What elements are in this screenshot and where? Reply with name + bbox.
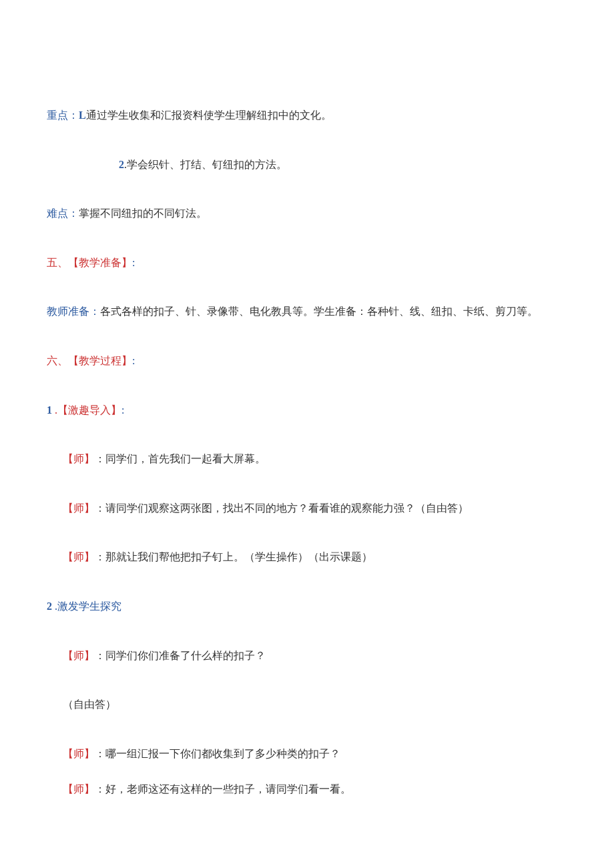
teacher-prep-label: 教师准备：: [47, 306, 100, 317]
difficulty-text: 掌握不同纽扣的不同钉法。: [79, 207, 207, 219]
section-5-heading: 五、【教学准备】:: [47, 254, 567, 272]
teacher-prep-line: 教师准备：各式各样的扣子、针、录像带、电化教具等。学生准备：各种针、线、纽扣、卡…: [47, 303, 567, 320]
difficulty-label: 难点：: [47, 207, 79, 219]
teacher-text-4: ：同学们你们准备了什么样的扣子？: [95, 650, 266, 661]
subsection-1-num: 1: [47, 404, 52, 416]
subsection-2-num: 2: [47, 600, 52, 612]
keypoint-line-2: 2.学会织针、打结、钉纽扣的方法。: [47, 156, 567, 173]
teacher-line-5: 【师】：哪一组汇报一下你们都收集到了多少种类的扣子？: [47, 745, 567, 763]
teacher-line-2: 【师】：请同学们观察这两张图，找出不同的地方？看看谁的观察能力强？（自由答）: [47, 500, 567, 517]
subsection-1-colon: :: [121, 404, 124, 416]
teacher-line-3: 【师】：那就让我们帮他把扣子钉上。（学生操作）（出示课题）: [47, 548, 567, 566]
subsection-2-text: .激发学生探究: [52, 600, 121, 612]
teacher-text-6: ：好，老师这还有这样的一些扣子，请同学们看一看。: [95, 783, 351, 795]
keypoint-label: 重点：: [47, 109, 79, 121]
teacher-bracket-5: 【师】: [63, 748, 95, 759]
section-5-label: 五、【教学准备】: [47, 257, 132, 268]
section-6-heading: 六、【教学过程】:: [47, 352, 567, 370]
teacher-text-5: ：哪一组汇报一下你们都收集到了多少种类的扣子？: [95, 748, 340, 759]
teacher-bracket-4: 【师】: [63, 650, 95, 661]
subsection-2-heading: 2 .激发学生探究: [47, 598, 567, 615]
section-5-colon: :: [132, 257, 135, 268]
teacher-bracket-1: 【师】: [63, 453, 95, 464]
keypoint-text-2: .学会织针、打结、钉纽扣的方法。: [124, 159, 287, 170]
section-6-label: 六、【教学过程】: [47, 355, 132, 366]
keypoint-text-1: 通过学生收集和汇报资料使学生理解纽扣中的文化。: [86, 109, 332, 121]
teacher-line-1: 【师】：同学们，首先我们一起看大屏幕。: [47, 450, 567, 468]
teacher-bracket-3: 【师】: [63, 551, 95, 562]
keypoint-num-2: 2: [119, 159, 124, 170]
section-6-colon: :: [132, 355, 135, 366]
subsection-1-text: .【激趣导入】: [52, 404, 121, 416]
teacher-text-2: ：请同学们观察这两张图，找出不同的地方？看看谁的观察能力强？（自由答）: [95, 502, 469, 514]
keypoint-num: L: [79, 109, 86, 121]
teacher-bracket-6: 【师】: [63, 783, 95, 795]
subsection-1-heading: 1 .【激趣导入】:: [47, 402, 567, 419]
teacher-prep-text: 各式各样的扣子、针、录像带、电化教具等。学生准备：各种针、线、纽扣、卡纸、剪刀等…: [100, 306, 538, 317]
teacher-text-3: ：那就让我们帮他把扣子钉上。（学生操作）（出示课题）: [95, 551, 372, 562]
teacher-line-6: 【师】：好，老师这还有这样的一些扣子，请同学们看一看。: [47, 781, 567, 798]
free-answer-text: （自由答）: [63, 699, 116, 710]
free-answer-line: （自由答）: [47, 696, 567, 713]
difficulty-line: 难点：掌握不同纽扣的不同钉法。: [47, 205, 567, 222]
teacher-line-4: 【师】：同学们你们准备了什么样的扣子？: [47, 647, 567, 665]
teacher-text-1: ：同学们，首先我们一起看大屏幕。: [95, 453, 266, 464]
keypoint-line-1: 重点：L通过学生收集和汇报资料使学生理解纽扣中的文化。: [47, 107, 567, 124]
teacher-bracket-2: 【师】: [63, 502, 95, 514]
